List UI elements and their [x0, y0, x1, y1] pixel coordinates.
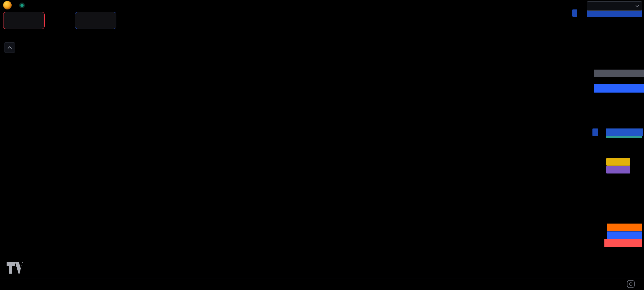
- tradingview-watermark[interactable]: [6, 262, 27, 274]
- pane-separator[interactable]: [0, 205, 644, 205]
- low-marker-label: [592, 128, 598, 136]
- macd-hist-badge: [604, 239, 642, 247]
- rsi-value-badge: [606, 166, 630, 173]
- chevron-up-icon: [8, 46, 12, 49]
- macd-line-badge: [607, 231, 642, 239]
- bonk-coin-logo: [3, 1, 12, 9]
- macd-signal-badge: [607, 224, 642, 231]
- tradingview-chart-window: [0, 0, 644, 290]
- high-marker-label: [572, 9, 577, 17]
- time-scale[interactable]: [0, 278, 644, 290]
- chevron-down-icon: [636, 5, 639, 7]
- clock-icon: [627, 280, 635, 288]
- market-status-icon[interactable]: [19, 3, 25, 8]
- currency-selector[interactable]: [587, 1, 642, 11]
- last-price-badge: [594, 84, 644, 93]
- buy-button[interactable]: [75, 12, 116, 29]
- sell-button[interactable]: [3, 12, 45, 29]
- rsi-ma-badge: [606, 158, 630, 166]
- macd-indicator-pane[interactable]: [0, 205, 594, 278]
- collapse-pane-button[interactable]: [4, 42, 15, 53]
- timezone-clock-button[interactable]: [627, 280, 635, 289]
- tradingview-logo-icon: [6, 262, 23, 274]
- rsi-indicator-pane[interactable]: [0, 138, 594, 205]
- pane-separator[interactable]: [0, 138, 644, 138]
- countdown-price-badge: [594, 70, 644, 77]
- low-marker-value: [606, 128, 643, 136]
